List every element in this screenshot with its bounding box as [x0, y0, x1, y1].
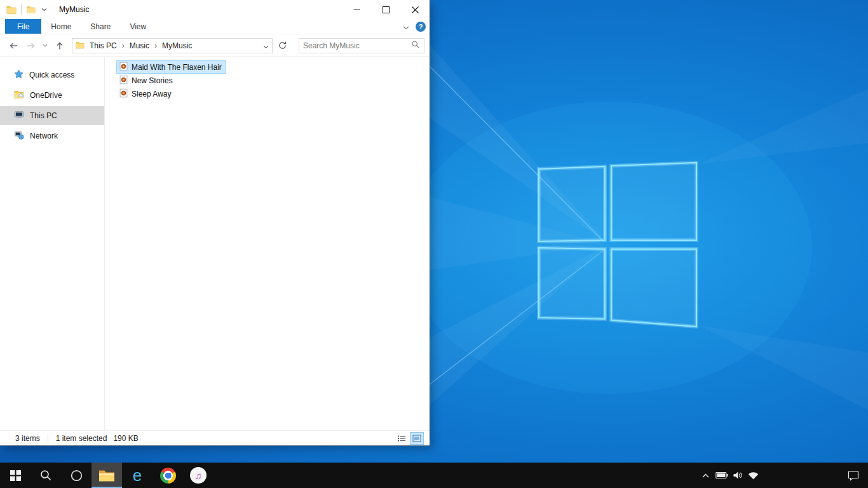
address-bar[interactable]: This PC › Music › MyMusic — [72, 38, 273, 53]
back-button[interactable] — [5, 37, 21, 53]
ribbon-expand-chevron-icon[interactable] — [403, 21, 409, 32]
chrome-icon — [160, 468, 176, 484]
volume-icon[interactable] — [729, 463, 745, 488]
maximize-button[interactable] — [371, 0, 400, 19]
help-icon[interactable]: ? — [416, 22, 426, 32]
system-tray — [690, 463, 761, 488]
forward-button[interactable] — [23, 37, 39, 53]
file-name: New Stories — [132, 76, 173, 85]
taskbar-chrome-button[interactable] — [153, 463, 183, 488]
up-button[interactable] — [51, 37, 67, 53]
sidebar-item-label: Quick access — [29, 71, 74, 79]
internet-explorer-icon: e — [133, 467, 142, 484]
itunes-icon: ♫ — [190, 467, 207, 484]
qat-folder-icon[interactable] — [25, 3, 37, 17]
tab-file[interactable]: File — [5, 19, 41, 34]
tab-view[interactable]: View — [120, 19, 156, 34]
address-dropdown-chevron-icon[interactable] — [263, 40, 269, 51]
taskbar-spacer — [761, 463, 839, 488]
cortana-icon[interactable] — [61, 463, 92, 488]
desktop: MyMusic File Home Share View — [0, 0, 868, 488]
tab-share[interactable]: Share — [81, 19, 120, 34]
status-divider — [48, 434, 48, 443]
selection-size: 190 KB — [113, 434, 138, 443]
file-row[interactable]: Sleep Away — [116, 87, 176, 100]
taskbar-itunes-button[interactable]: ♫ — [183, 463, 214, 488]
breadcrumb-this-pc[interactable]: This PC — [88, 41, 119, 50]
close-button[interactable] — [400, 0, 430, 19]
star-icon — [14, 69, 24, 81]
window-body: Quick access OneDrive This PC — [0, 57, 430, 430]
thumbnail-view-button[interactable] — [410, 433, 423, 444]
battery-icon[interactable] — [714, 463, 729, 488]
computer-icon — [14, 110, 24, 121]
search-box — [299, 38, 424, 53]
qat-divider — [21, 4, 22, 15]
navigation-pane: Quick access OneDrive This PC — [0, 57, 105, 430]
breadcrumb-separator-icon: › — [154, 41, 157, 50]
taskbar-file-explorer-button[interactable] — [92, 463, 122, 488]
breadcrumb-separator-icon: › — [122, 41, 125, 50]
system-folder-icon[interactable] — [5, 3, 18, 17]
wifi-icon[interactable] — [745, 463, 761, 488]
status-bar: 3 items 1 item selected 190 KB — [0, 430, 430, 445]
sidebar-item-quick-access[interactable]: Quick access — [0, 65, 104, 85]
search-input[interactable] — [303, 41, 409, 50]
address-folder-icon — [76, 40, 85, 51]
window-title: MyMusic — [59, 5, 89, 14]
breadcrumb-mymusic[interactable]: MyMusic — [160, 41, 194, 50]
qat-chevron-down-icon[interactable] — [37, 3, 50, 17]
titlebar[interactable]: MyMusic — [0, 0, 430, 19]
file-row[interactable]: Maid With The Flaxen Hair — [116, 60, 226, 74]
details-view-button[interactable] — [395, 433, 408, 444]
sidebar-item-label: Network — [30, 132, 58, 140]
ribbon-tabs: File Home Share View ? — [0, 19, 430, 34]
tab-home[interactable]: Home — [41, 19, 81, 34]
taskbar: e ♫ — [0, 463, 868, 488]
sidebar-item-this-pc[interactable]: This PC — [0, 106, 104, 125]
refresh-button[interactable] — [275, 37, 290, 53]
music-file-icon — [119, 62, 128, 73]
sidebar-item-network[interactable]: Network — [0, 126, 104, 146]
taskbar-internet-explorer-button[interactable]: e — [122, 463, 153, 488]
breadcrumb-music[interactable]: Music — [128, 41, 151, 50]
file-explorer-window: MyMusic File Home Share View — [0, 0, 430, 445]
music-file-icon — [119, 75, 128, 86]
sidebar-item-label: This PC — [30, 111, 57, 120]
network-icon — [14, 130, 24, 142]
start-button[interactable] — [0, 463, 31, 488]
file-name: Sleep Away — [132, 90, 172, 98]
sidebar-item-onedrive[interactable]: OneDrive — [0, 86, 104, 105]
selection-count: 1 item selected — [56, 434, 107, 443]
minimize-button[interactable] — [342, 0, 371, 19]
taskbar-search-icon[interactable] — [31, 463, 61, 488]
window-controls — [342, 0, 430, 19]
sidebar-item-label: OneDrive — [30, 91, 62, 100]
items-count: 3 items — [15, 434, 40, 443]
music-file-icon — [119, 88, 128, 100]
navigation-bar: This PC › Music › MyMusic — [0, 34, 430, 57]
search-icon[interactable] — [411, 40, 420, 51]
file-list: Maid With The Flaxen Hair New Stories Sl… — [105, 57, 430, 430]
recent-locations-chevron-icon[interactable] — [41, 37, 50, 53]
onedrive-folder-icon — [14, 90, 24, 100]
file-name: Maid With The Flaxen Hair — [132, 63, 222, 72]
tray-chevron-up-icon[interactable] — [698, 463, 714, 488]
action-center-button[interactable] — [839, 463, 868, 488]
file-row[interactable]: New Stories — [116, 74, 177, 87]
